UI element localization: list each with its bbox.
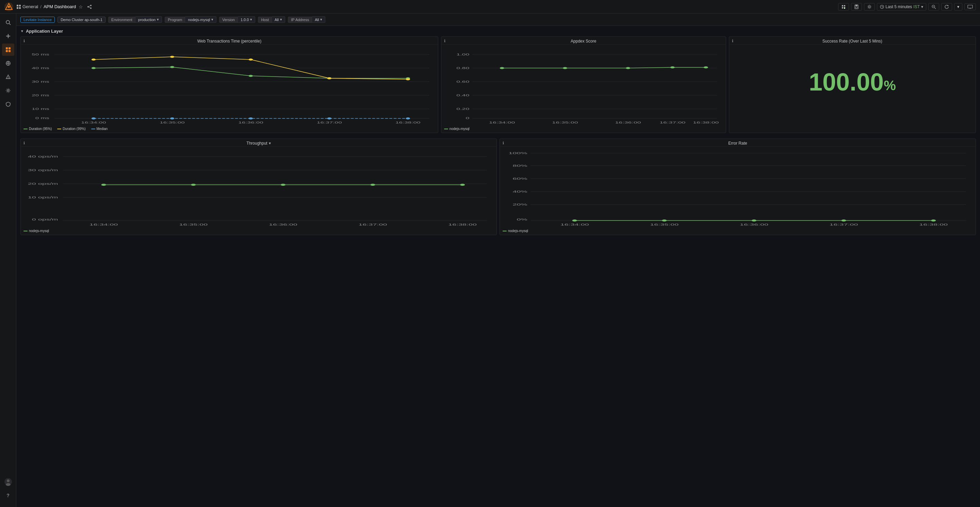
sidebar-item-explore[interactable] [2,57,14,70]
levitate-instance-button[interactable]: Levitate Instance [21,17,55,23]
time-picker[interactable]: Last 5 minutes IST ▾ [877,3,926,11]
ip-value[interactable]: All ▾ [312,16,325,23]
svg-point-80 [249,118,253,119]
svg-text:10 ms: 10 ms [32,107,49,111]
svg-rect-6 [19,7,21,9]
legend-appdex-nodejs: nodejs-mysql [444,127,469,131]
sidebar-item-avatar[interactable] [2,476,14,488]
svg-point-79 [170,118,175,119]
save-button[interactable] [851,3,862,11]
svg-point-68 [92,67,96,69]
main-layout: ? Levitate Instance Demo Cluster ap-sout… [0,14,980,507]
throughput-chevron[interactable]: ▾ [269,141,271,146]
charts-row-2: ℹ Throughput ▾ 40 ops/m 30 ops/m 20 ops/… [16,137,980,239]
legend-error-nodejs: nodejs-mysql [503,229,528,233]
web-transactions-info-icon[interactable]: ℹ [24,39,25,43]
svg-text:10 ops/m: 10 ops/m [28,195,58,199]
svg-text:16:34:00: 16:34:00 [89,223,118,226]
svg-point-100 [500,67,504,69]
svg-point-121 [191,184,196,186]
svg-point-69 [170,66,175,68]
svg-text:16:36:00: 16:36:00 [615,121,641,124]
env-value[interactable]: production ▾ [135,16,162,23]
svg-text:16:37:00: 16:37:00 [659,121,685,124]
throughput-info-icon[interactable]: ℹ [24,141,25,145]
error-rate-title: Error Rate [500,139,975,147]
svg-point-8 [88,6,89,8]
svg-text:30 ms: 30 ms [32,80,49,83]
host-value[interactable]: All ▾ [272,16,285,23]
program-filter: Program nodejs-mysql ▾ [165,16,216,23]
sidebar-item-alerts[interactable] [2,71,14,83]
svg-text:16:35:00: 16:35:00 [552,121,578,124]
star-button[interactable]: ☆ [77,3,84,11]
error-rate-legend: nodejs-mysql [500,228,975,235]
sidebar-item-dashboard[interactable] [2,44,14,56]
sidebar-item-add[interactable] [2,30,14,42]
host-label: Host [258,17,272,23]
svg-text:16:38:00: 16:38:00 [395,121,421,124]
error-rate-info-icon[interactable]: ℹ [503,141,504,145]
svg-line-10 [89,6,90,6]
cluster-value[interactable]: Demo Cluster ap-south-1 [57,17,105,23]
topbar-controls: Last 5 minutes IST ▾ ▾ [838,3,976,11]
version-value[interactable]: 1.0.0 ▾ [238,16,255,23]
svg-rect-37 [6,50,8,52]
svg-rect-38 [8,50,11,52]
display-button[interactable] [964,3,976,10]
svg-text:16:35:00: 16:35:00 [159,121,185,124]
sidebar-item-search[interactable] [2,16,14,29]
svg-text:60%: 60% [513,177,528,180]
sidebar-item-shield[interactable] [2,98,14,110]
throughput-body: 40 ops/m 30 ops/m 20 ops/m 10 ops/m 0 op… [21,147,496,228]
web-transactions-legend: Duration (95%) Duration (99%) Median [21,126,438,133]
svg-text:0%: 0% [517,218,528,221]
svg-text:50 ms: 50 ms [32,53,49,56]
svg-point-50 [6,483,11,486]
more-button[interactable]: ▾ [954,3,962,11]
svg-text:16:34:00: 16:34:00 [81,121,106,124]
sidebar-item-help[interactable]: ? [2,489,14,502]
svg-text:30 ops/m: 30 ops/m [28,168,58,172]
share-button[interactable] [86,3,93,11]
env-filter: Environment production ▾ [108,16,162,23]
appdex-info-icon[interactable]: ℹ [444,39,445,43]
svg-text:0 ms: 0 ms [35,116,49,120]
error-rate-body: 100% 80% 60% 40% 20% 0% 16:34:00 16:35 [500,147,975,228]
svg-text:16:36:00: 16:36:00 [740,223,768,226]
svg-text:16:36:00: 16:36:00 [269,223,298,226]
appdex-panel: ℹ Appdex Score 1.00 0.80 0.60 0.40 0.20 … [441,37,726,133]
success-rate-value: 100.00 [809,68,884,96]
svg-point-2 [8,6,10,8]
sidebar-item-settings[interactable] [2,84,14,97]
svg-text:16:37:00: 16:37:00 [359,223,387,226]
svg-point-76 [327,77,332,79]
refresh-button[interactable] [941,3,952,11]
program-value[interactable]: nodejs-mysql ▾ [185,16,216,23]
nav-parent[interactable]: General [22,4,38,9]
svg-rect-36 [8,47,11,49]
svg-text:16:37:00: 16:37:00 [830,223,858,226]
settings-button[interactable] [864,3,875,11]
svg-text:16:36:00: 16:36:00 [238,121,263,124]
svg-line-11 [89,7,90,8]
throughput-legend: nodejs-mysql [21,228,496,235]
error-rate-svg: 100% 80% 60% 40% 20% 0% 16:34:00 16:35 [501,148,974,226]
add-panel-button[interactable] [838,3,849,11]
svg-text:16:35:00: 16:35:00 [650,223,679,226]
zoom-out-button[interactable] [928,3,939,11]
svg-line-27 [935,8,936,9]
success-rate-info-icon[interactable]: ℹ [732,39,733,43]
svg-point-7 [90,5,92,6]
svg-line-32 [9,24,11,25]
svg-point-31 [6,21,10,24]
legend-median: Median [91,127,108,131]
success-rate-panel: ℹ Success Rate (Over Last 5 Mins) 100.00… [729,37,976,133]
nav-title: APM Dashboard [43,4,76,9]
section-collapse-icon[interactable]: ▼ [21,29,24,33]
svg-text:20 ms: 20 ms [32,94,49,97]
svg-point-144 [752,219,756,221]
svg-text:0.20: 0.20 [456,107,469,111]
svg-text:0.40: 0.40 [456,94,469,97]
success-rate-title: Success Rate (Over Last 5 Mins) [729,37,975,45]
